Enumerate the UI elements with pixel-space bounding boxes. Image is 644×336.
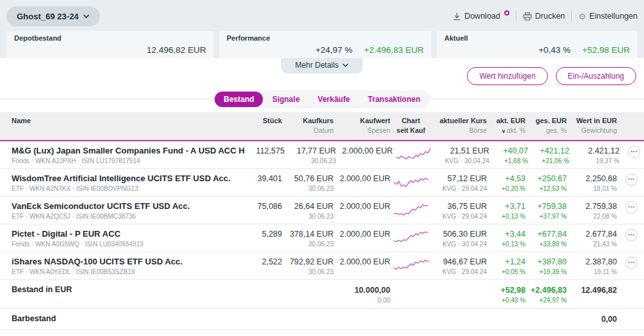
stueck-cell: 39,401 [245, 173, 282, 184]
summary-cards: Depotbestand 12.496,82 EUR Performance +… [6, 31, 638, 58]
menu-cell: ••• [620, 257, 638, 269]
instrument-cell: iShares NASDAQ-100 UCITS ETF USD Acc. ET… [12, 257, 242, 275]
stueck-cell: 5,289 [245, 229, 282, 239]
row-menu-button[interactable]: ••• [625, 257, 638, 269]
instrument-name[interactable]: VanEck Semiconductor UCITS ETF USD Acc. [12, 201, 242, 211]
col-header-menu [620, 116, 638, 136]
row-menu-button[interactable]: ••• [628, 146, 640, 158]
ges-cell: +387,80+19,39 % [528, 257, 567, 275]
wert-cell: 2.677,8421,43 % [569, 229, 617, 248]
table-row: iShares NASDAQ-100 UCITS ETF USD Acc. ET… [0, 252, 644, 280]
summary-label: Barbestand [12, 314, 242, 324]
tab-signale[interactable]: Signale [263, 92, 309, 107]
download-icon [453, 12, 461, 21]
download-button[interactable]: Download [453, 12, 509, 21]
instrument-name[interactable]: Pictet - Digital - P EUR ACC [12, 229, 242, 239]
ges-cell: +421,12+21,06 % [531, 146, 569, 164]
wert-cell: 2.759,3822,08 % [569, 201, 617, 220]
kaufkurs-cell: 50,76 EUR30.06.23 [285, 173, 334, 192]
instrument-name[interactable]: WisdomTree Artificial Intelligence UCITS… [12, 173, 242, 183]
kaufwert-cell: 2.000,00 EUR [336, 257, 390, 267]
divider [516, 11, 516, 21]
instrument-meta: ETF · WKN A2N7KX · ISIN IE00BDVPNG13 [12, 185, 242, 192]
aktuell-card-label: Aktuell [444, 34, 630, 42]
settings-button[interactable]: ⚙ Einstellungen [578, 12, 638, 21]
menu-cell: ••• [620, 201, 638, 213]
wert-cell: 2.387,8019,11 % [569, 257, 617, 275]
tab-transaktionen[interactable]: Transaktionen [359, 92, 429, 107]
add-value-button[interactable]: Wert hinzufügen [467, 67, 547, 85]
summary-row-gesamtwert: Gesamtwert +2.496,83 12.496,83 [0, 330, 644, 336]
performance-value: +2.496,83 EUR [364, 45, 424, 55]
col-header-chart[interactable]: Chartseit Kauf [393, 116, 429, 136]
akt-total-cell: +52,98+0,43 % [489, 285, 526, 304]
kaufkurs-cell: 378,14 EUR30.06.23 [285, 229, 334, 248]
stueck-cell: 2,522 [245, 257, 282, 267]
table-row: M&G (Lux) Japan Smaller Companies Fund -… [0, 141, 644, 169]
sparkline-chart[interactable] [393, 229, 429, 244]
download-label: Download [464, 12, 500, 21]
depot-card: Depotbestand 12.496,82 EUR [6, 31, 214, 58]
instrument-meta: Fonds · WKN A2JPXH · ISIN LU1797817514 [12, 157, 245, 164]
stueck-cell: 112,575 [247, 146, 285, 156]
printer-icon [523, 12, 532, 21]
kaufkurs-cell: 792,92 EUR30.06.23 [285, 257, 334, 275]
sparkline-chart[interactable] [393, 201, 429, 217]
akt-cell: +1,24+0,05 % [489, 257, 526, 275]
tab-bestand[interactable]: Bestand [214, 92, 263, 107]
sparkline-chart[interactable] [393, 257, 429, 272]
kaufwert-cell: 2.000,00 EUR [339, 146, 393, 156]
band: Mehr Details Wert hinzufügen Ein-/Auszah… [0, 58, 644, 90]
col-header-kaufwert[interactable]: KaufwertSpesen [336, 116, 390, 136]
col-header-akt[interactable]: akt. EUR∨akt. % [489, 116, 526, 136]
row-menu-button[interactable]: ••• [625, 201, 638, 213]
col-header-wert[interactable]: Wert in EURGewichtung [569, 116, 617, 136]
instrument-name[interactable]: M&G (Lux) Japan Smaller Companies Fund -… [12, 146, 245, 155]
col-header-ges[interactable]: ges. EURges. % [528, 116, 567, 136]
col-header-name[interactable]: Name [12, 116, 242, 136]
kurs-cell: 21,51 EURKVG · 30.04.24 [434, 146, 489, 164]
print-label: Drucken [535, 12, 565, 21]
kaufwert-total-cell: 10.000,000,00 [336, 285, 390, 304]
tab-group: Bestand Signale Verkäufe Transaktionen [213, 90, 430, 108]
band-buttons: Wert hinzufügen Ein-/Auszahlung [467, 67, 636, 85]
instrument-name[interactable]: iShares NASDAQ-100 UCITS ETF USD Acc. [12, 257, 242, 266]
menu-cell: ••• [620, 173, 638, 186]
mehr-details-button[interactable]: Mehr Details [281, 58, 363, 74]
kaufkurs-cell: 26,64 EUR30.06.23 [285, 201, 334, 220]
instrument-meta: Fonds · WKN A0G5WQ · ISIN LU0340554913 [12, 241, 242, 248]
instrument-meta: ETF · WKN A2QC5J · ISIN IE00BMC38736 [12, 213, 242, 220]
col-header-stueck[interactable]: Stück [245, 116, 282, 136]
ges-cell: +677,84+33,89 % [528, 229, 567, 248]
depot-value: 12.496,82 EUR [147, 45, 206, 55]
performance-card: Performance +24,97 % +2.496,83 EUR [219, 31, 431, 58]
col-header-kaufkurs[interactable]: KaufkursDatum [285, 116, 334, 136]
deposit-withdraw-button[interactable]: Ein-/Auszahlung [556, 67, 636, 85]
portfolio-selector[interactable]: Ghost_69 23-24 [6, 6, 100, 26]
sparkline-chart[interactable] [395, 146, 431, 161]
ges-total-cell: +2.496,83+24,97 % [528, 285, 567, 304]
kurs-cell: 946,67 EURKVG · 29.04.24 [431, 257, 487, 275]
row-menu-button[interactable]: ••• [625, 229, 638, 241]
sort-icon: ∨ [502, 128, 506, 134]
performance-card-label: Performance [227, 34, 424, 42]
sparkline-chart[interactable] [393, 173, 429, 189]
instrument-cell: Pictet - Digital - P EUR ACC Fonds · WKN… [12, 229, 242, 248]
tab-verkaeufe[interactable]: Verkäufe [308, 92, 359, 107]
col-header-kurs[interactable]: aktueller KursBörse [431, 116, 487, 136]
mehr-details-label: Mehr Details [295, 61, 338, 70]
print-button[interactable]: Drucken [523, 12, 565, 21]
table-row: Pictet - Digital - P EUR ACC Fonds · WKN… [0, 224, 644, 252]
akt-cell: +3,71+0,13 % [489, 201, 526, 220]
instrument-cell: WisdomTree Artificial Intelligence UCITS… [12, 173, 242, 192]
divider [571, 11, 572, 21]
instrument-cell: M&G (Lux) Japan Smaller Companies Fund -… [12, 146, 245, 164]
menu-cell: ••• [620, 229, 638, 241]
depot-card-label: Depotbestand [14, 34, 206, 42]
portfolio-name: Ghost_69 23-24 [17, 12, 79, 21]
aktuell-percent: +0,43 % [538, 45, 571, 55]
top-strip: Ghost_69 23-24 Download Drucken ⚙ Einste… [0, 0, 644, 58]
aktuell-value: +52,98 EUR [582, 45, 630, 55]
row-menu-button[interactable]: ••• [625, 173, 638, 186]
stueck-cell: 75,086 [245, 201, 282, 212]
